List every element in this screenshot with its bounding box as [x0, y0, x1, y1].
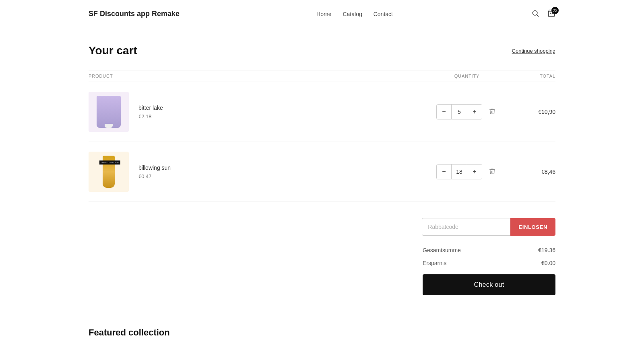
- ersparnis-value: €0.00: [541, 260, 555, 266]
- ersparnis-label: Ersparnis: [423, 260, 446, 266]
- item-price: €2,18: [138, 113, 427, 119]
- table-row: billowing sun €0,47 − 18 + €8,46: [89, 142, 555, 202]
- col-total-header: TOTAL: [507, 74, 555, 78]
- nav-catalog[interactable]: Catalog: [343, 11, 362, 17]
- ersparnis-row: Ersparnis €0.00: [423, 257, 555, 269]
- totals-section: Gesamtsumme €19.36 Ersparnis €0.00 Check…: [423, 244, 555, 295]
- svg-point-0: [533, 10, 537, 15]
- site-logo[interactable]: SF Discounts app Remake: [89, 10, 180, 18]
- col-quantity-header: QUANTITY: [427, 74, 507, 78]
- gesamtsumme-row: Gesamtsumme €19.36: [423, 244, 555, 257]
- delete-item-button[interactable]: [487, 106, 497, 118]
- qty-increase-button[interactable]: +: [467, 165, 482, 179]
- gesamtsumme-label: Gesamtsumme: [423, 247, 461, 253]
- checkout-button[interactable]: Check out: [423, 274, 555, 295]
- summary-section: EINLOSEN Gesamtsumme €19.36 Ersparnis €0…: [89, 218, 555, 295]
- table-header: PRODUCT QUANTITY TOTAL: [89, 70, 555, 82]
- item-name: bitter lake: [138, 105, 427, 111]
- col-product-header: PRODUCT: [89, 74, 427, 78]
- featured-title: Featured collection: [89, 327, 555, 338]
- qty-value: 18: [451, 165, 467, 179]
- item-total: €10,90: [507, 109, 555, 115]
- col-quantity-cell: − 18 +: [427, 164, 507, 179]
- gesamtsumme-value: €19.36: [538, 247, 555, 253]
- delete-item-button[interactable]: [487, 166, 497, 178]
- item-image-billowing-sun: [89, 152, 129, 192]
- discount-row: EINLOSEN: [422, 218, 555, 236]
- header: SF Discounts app Remake Home Catalog Con…: [0, 0, 644, 28]
- nav-contact[interactable]: Contact: [374, 11, 393, 17]
- item-info-bitter-lake: bitter lake €2,18: [138, 105, 427, 119]
- quantity-control: − 18 +: [436, 164, 482, 179]
- header-icons: 23: [530, 8, 555, 20]
- item-info-billowing-sun: billowing sun €0,47: [138, 165, 427, 179]
- item-total: €8,46: [507, 169, 555, 175]
- search-button[interactable]: [530, 8, 541, 20]
- cart-badge: 23: [551, 7, 559, 14]
- item-price: €0,47: [138, 173, 427, 179]
- main-content: Your cart Continue shopping PRODUCT QUAN…: [0, 28, 644, 311]
- main-nav: Home Catalog Contact: [316, 11, 393, 17]
- qty-increase-button[interactable]: +: [467, 105, 482, 119]
- qty-decrease-button[interactable]: −: [437, 165, 451, 179]
- qty-decrease-button[interactable]: −: [437, 105, 451, 119]
- billowing-sun-product-img: [103, 156, 115, 188]
- svg-line-1: [537, 15, 539, 17]
- bitter-lake-product-img: [97, 96, 121, 128]
- trash-icon: [489, 168, 496, 175]
- discount-apply-button[interactable]: EINLOSEN: [510, 218, 555, 236]
- cart-title: Your cart: [89, 44, 137, 57]
- continue-shopping-link[interactable]: Continue shopping: [512, 48, 555, 54]
- trash-icon: [489, 108, 496, 115]
- qty-value: 5: [451, 105, 467, 119]
- discount-code-input[interactable]: [422, 218, 510, 236]
- col-quantity-cell: − 5 +: [427, 104, 507, 119]
- item-name: billowing sun: [138, 165, 427, 171]
- quantity-control: − 5 +: [436, 104, 482, 119]
- cart-button[interactable]: 23: [547, 9, 555, 19]
- table-row: bitter lake €2,18 − 5 + €10,90: [89, 82, 555, 142]
- search-icon: [531, 9, 539, 17]
- nav-home[interactable]: Home: [316, 11, 331, 17]
- cart-header-row: Your cart Continue shopping: [89, 44, 555, 57]
- item-image-bitter-lake: [89, 92, 129, 132]
- featured-section: Featured collection: [0, 311, 644, 354]
